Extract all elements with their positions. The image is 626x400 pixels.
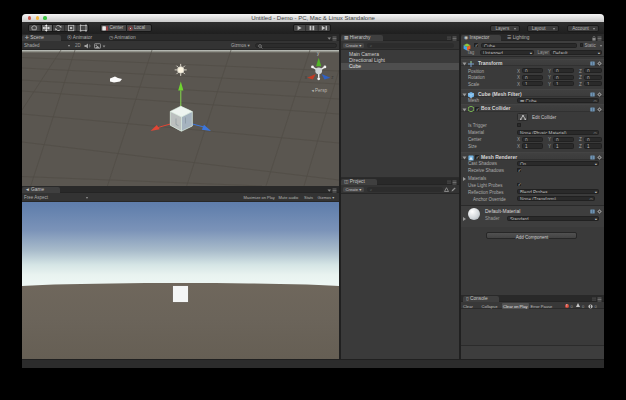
svg-text:y: y	[317, 51, 320, 56]
svg-text:◂ Persp: ◂ Persp	[311, 88, 327, 93]
svg-text:x: x	[305, 75, 308, 80]
svg-text:z: z	[331, 75, 334, 80]
